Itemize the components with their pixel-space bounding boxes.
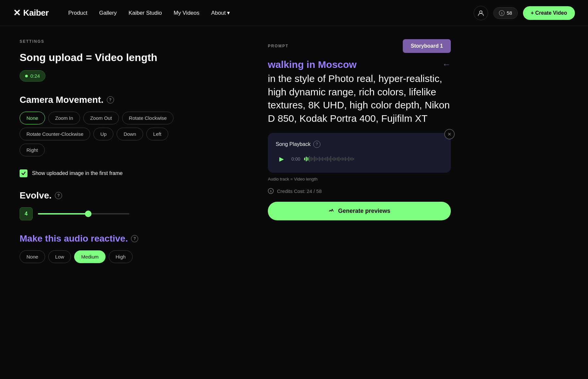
prompt-label: PROMPT [268, 44, 288, 48]
nav-links: Product Gallery Kaiber Studio My Videos … [68, 9, 474, 16]
chevron-down-icon: ▾ [227, 9, 230, 16]
waveform-bar [314, 156, 315, 162]
first-frame-checkbox-row: Show uploaded image in the first frame [20, 169, 248, 177]
back-arrow-button[interactable]: ← [442, 59, 451, 70]
credits-button[interactable]: $ 58 [493, 7, 518, 19]
playback-controls: ▶ 0:00 [276, 153, 443, 165]
waveform-bar [351, 157, 352, 161]
waveform-bar [334, 157, 335, 161]
generate-previews-button[interactable]: Generate previews [268, 202, 451, 220]
waveform-bar [348, 157, 349, 161]
evolve-value: 4 [20, 207, 33, 220]
settings-label: SETTINGS [20, 39, 248, 44]
camera-pill-zoom-in[interactable]: Zoom In [48, 112, 80, 124]
waveform-bar [337, 157, 338, 161]
svg-text:$: $ [501, 12, 502, 15]
waveform-bar [338, 157, 339, 161]
credits-row: $ Credits Cost: 24 / 58 [268, 188, 451, 194]
audio-pill-low[interactable]: Low [48, 250, 71, 263]
user-profile-button[interactable] [474, 6, 488, 20]
time-badge: 0:24 [20, 70, 45, 82]
create-video-button[interactable]: + Create Video [523, 6, 575, 20]
user-icon [478, 10, 484, 16]
camera-pill-rotate-cw[interactable]: Rotate Clockwise [122, 112, 174, 124]
generate-icon [328, 208, 335, 214]
waveform-bar [329, 158, 330, 160]
waveform-bar [309, 156, 310, 162]
navbar: ✕ Kaiber Product Gallery Kaiber Studio M… [0, 0, 588, 26]
waveform-bar [306, 157, 307, 161]
main-layout: SETTINGS Song upload = Video length 0:24… [0, 26, 588, 379]
camera-pill-none[interactable]: None [20, 112, 45, 124]
prompt-white-text: in the style of Photo real, hyper-realis… [268, 72, 451, 125]
evolve-slider-row: 4 [20, 207, 248, 220]
audio-help-icon[interactable]: ? [131, 235, 138, 242]
audio-track-label: Audio track = Video length [268, 177, 451, 182]
evolve-help-icon[interactable]: ? [55, 192, 62, 199]
camera-pill-left[interactable]: Left [146, 128, 168, 140]
logo[interactable]: ✕ Kaiber [13, 8, 49, 18]
right-panel: PROMPT Storyboard 1 walking in Moscow in… [268, 39, 451, 366]
waveform-bar [335, 158, 336, 160]
playback-card: Song Playback ? ▶ 0:00 [268, 133, 451, 173]
evolve-slider-track[interactable] [38, 213, 129, 214]
song-upload-title: Song upload = Video length [20, 52, 248, 64]
waveform [304, 155, 443, 163]
evolve-slider-fill [38, 213, 88, 214]
camera-pill-zoom-out[interactable]: Zoom Out [83, 112, 119, 124]
camera-pill-up[interactable]: Up [93, 128, 113, 140]
waveform-bar [324, 158, 325, 160]
camera-movement-heading: Camera Movement. ? [20, 95, 248, 105]
audio-reactive-section: Make this audio reactive. ? None Low Med… [20, 233, 248, 263]
camera-pill-down[interactable]: Down [117, 128, 143, 140]
camera-movement-section: Camera Movement. ? None Zoom In Zoom Out… [20, 95, 248, 156]
first-frame-checkbox[interactable] [20, 169, 27, 177]
nav-gallery[interactable]: Gallery [99, 10, 117, 16]
credits-icon: $ [499, 10, 505, 16]
waveform-bar [353, 158, 354, 160]
audio-pill-medium[interactable]: Medium [74, 250, 105, 263]
nav-myvideos[interactable]: My Videos [173, 10, 199, 16]
waveform-bar [320, 158, 321, 160]
waveform-bar [327, 157, 328, 161]
playback-help-icon[interactable]: ? [313, 141, 320, 148]
camera-pill-right[interactable]: Right [20, 144, 45, 156]
waveform-bar [304, 158, 305, 160]
prompt-box: walking in Moscow in the style of Photo … [268, 58, 451, 125]
audio-reactive-title: Make this audio reactive. ? [20, 233, 248, 244]
evolve-slider-thumb[interactable] [85, 211, 91, 217]
playback-close-button[interactable]: ✕ [444, 129, 455, 139]
nav-product[interactable]: Product [68, 10, 88, 16]
audio-pill-none[interactable]: None [20, 250, 45, 263]
waveform-bar [332, 158, 333, 160]
logo-text: Kaiber [23, 8, 49, 18]
prompt-header: PROMPT Storyboard 1 [268, 39, 451, 53]
nav-studio[interactable]: Kaiber Studio [128, 10, 162, 16]
camera-pills-row-3: Right [20, 144, 248, 156]
time-display: 0:00 [291, 156, 300, 162]
camera-pills-row-2: Rotate Counter-Clockwise Up Down Left [20, 128, 248, 140]
waveform-bar [312, 158, 313, 160]
evolve-section: Evolve. ? 4 [20, 190, 248, 220]
camera-help-icon[interactable]: ? [107, 96, 114, 103]
playback-header: Song Playback ? [276, 141, 443, 148]
nav-about[interactable]: About ▾ [211, 9, 230, 16]
play-button[interactable]: ▶ [276, 153, 287, 165]
waveform-bar [319, 157, 320, 161]
waveform-bar [322, 157, 323, 161]
camera-pill-rotate-ccw[interactable]: Rotate Counter-Clockwise [20, 128, 90, 140]
camera-pills-row: None Zoom In Zoom Out Rotate Clockwise [20, 112, 248, 124]
svg-text:$: $ [270, 190, 271, 193]
logo-icon: ✕ [13, 8, 21, 18]
waveform-bar [317, 158, 318, 160]
waveform-bar [347, 158, 348, 160]
svg-point-0 [480, 11, 482, 13]
prompt-purple-text: walking in Moscow [268, 58, 451, 71]
audio-pill-high[interactable]: High [109, 250, 133, 263]
evolve-heading: Evolve. ? [20, 190, 248, 201]
waveform-bar [316, 157, 317, 161]
nav-right: $ 58 + Create Video [474, 6, 575, 20]
waveform-bar [311, 157, 312, 161]
waveform-bar [345, 157, 346, 161]
storyboard-button[interactable]: Storyboard 1 [403, 39, 451, 53]
